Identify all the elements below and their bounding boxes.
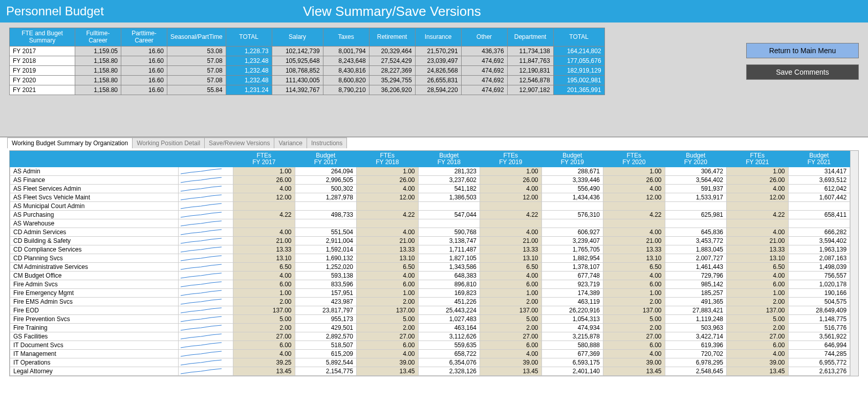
org-row: IT Document Svcs6.00518,5076.00559,6356.… bbox=[10, 341, 850, 350]
org-cell: 3,239,407 bbox=[541, 237, 603, 245]
org-col-header: Budget FY 2021 bbox=[788, 151, 850, 167]
page-title: View Summary/Save Versions bbox=[303, 4, 862, 19]
org-cell: 13.10 bbox=[603, 254, 665, 263]
org-cell bbox=[541, 202, 603, 211]
summary-col-header: TOTAL bbox=[553, 28, 604, 47]
org-cell: 137.00 bbox=[480, 306, 542, 315]
org-cell: 1.00 bbox=[480, 167, 542, 176]
org-cell: 12.00 bbox=[603, 193, 665, 202]
summary-cell: 16.60 bbox=[121, 85, 167, 95]
org-cell: 4.00 bbox=[233, 272, 295, 280]
org-row: AS Finance26.002,996,50526.003,237,60226… bbox=[10, 176, 850, 185]
org-cell: 451,226 bbox=[418, 298, 480, 306]
org-row-label: CD Planning Svcs bbox=[10, 254, 179, 263]
summary-cell: 114,392,767 bbox=[272, 85, 323, 95]
org-cell: 6.00 bbox=[233, 280, 295, 289]
org-cell: 4.00 bbox=[727, 272, 789, 280]
summary-cell: 1,232.48 bbox=[226, 56, 272, 66]
sparkline-cell bbox=[178, 185, 233, 193]
org-row: IT Management4.00615,2094.00658,7224.006… bbox=[10, 350, 850, 358]
org-cell: 13.33 bbox=[233, 245, 295, 254]
sparkline-cell bbox=[178, 315, 233, 324]
org-cell: 619,396 bbox=[665, 341, 727, 350]
org-cell: 281,323 bbox=[418, 167, 480, 176]
sparkline-cell bbox=[178, 358, 233, 367]
org-col-header: FTEs FY 2021 bbox=[727, 151, 789, 167]
org-row: CD Building & Safety21.002,911,00421.003… bbox=[10, 237, 850, 245]
org-cell: 39.00 bbox=[357, 358, 419, 367]
org-row-label: AS Finance bbox=[10, 176, 179, 185]
summary-cell: 8,001,794 bbox=[323, 47, 369, 56]
org-cell: 4.00 bbox=[603, 272, 665, 280]
org-cell: 429,501 bbox=[295, 324, 357, 332]
org-cell bbox=[418, 219, 480, 228]
org-cell: 5.00 bbox=[727, 315, 789, 324]
org-cell bbox=[727, 219, 789, 228]
org-cell: 6.50 bbox=[480, 263, 542, 272]
header-bar: Personnel Budget View Summary/Save Versi… bbox=[0, 0, 868, 22]
summary-col-header: Retirement bbox=[369, 28, 415, 47]
org-cell: 1,148,775 bbox=[788, 315, 850, 324]
tab[interactable]: Save/Review Versions bbox=[204, 138, 274, 148]
org-cell: 27.00 bbox=[233, 332, 295, 341]
vertical-scrollbar[interactable] bbox=[850, 151, 858, 376]
tab[interactable]: Working Position Detail bbox=[132, 138, 205, 148]
summary-cell: 35,294,755 bbox=[369, 76, 415, 85]
org-row: AS Fleet Services Admin4.00500,3024.0054… bbox=[10, 185, 850, 193]
org-row-label: IT Document Svcs bbox=[10, 341, 179, 350]
summary-cell: 108,768,852 bbox=[272, 66, 323, 76]
org-cell: 518,507 bbox=[295, 341, 357, 350]
org-cell: 13.33 bbox=[603, 245, 665, 254]
summary-col-header: Insurance bbox=[415, 28, 461, 47]
tab[interactable]: Working Budget Summary by Organization bbox=[7, 138, 133, 148]
org-cell: 556,490 bbox=[541, 185, 603, 193]
org-cell: 39.25 bbox=[233, 358, 295, 367]
org-cell bbox=[603, 202, 665, 211]
return-main-menu-button[interactable]: Return to Main Menu bbox=[746, 43, 859, 58]
org-cell: 541,182 bbox=[418, 185, 480, 193]
save-comments-button[interactable]: Save Comments bbox=[746, 64, 859, 80]
org-cell: 1,827,105 bbox=[418, 254, 480, 263]
org-cell: 2.00 bbox=[727, 324, 789, 332]
tab[interactable]: Instructions bbox=[307, 138, 347, 148]
summary-row: FY 20211,158.8016.6055.841,231.24114,392… bbox=[10, 85, 605, 95]
org-col-header: Budget FY 2018 bbox=[418, 151, 480, 167]
org-cell: 833,596 bbox=[295, 280, 357, 289]
org-cell: 190,166 bbox=[788, 289, 850, 298]
org-cell: 25,443,224 bbox=[418, 306, 480, 315]
summary-col-header: Salary bbox=[272, 28, 323, 47]
org-cell: 1,963,139 bbox=[788, 245, 850, 254]
org-col-header: FTEs FY 2018 bbox=[357, 151, 419, 167]
org-cell: 1.00 bbox=[233, 289, 295, 298]
org-cell bbox=[418, 202, 480, 211]
org-cell bbox=[603, 219, 665, 228]
org-row-label: Fire Training bbox=[10, 324, 179, 332]
tab[interactable]: Variance bbox=[274, 138, 307, 148]
org-cell: 516,776 bbox=[788, 324, 850, 332]
summary-cell: 164,214,802 bbox=[553, 47, 604, 56]
org-cell bbox=[788, 202, 850, 211]
org-row-label: CD Compliance Services bbox=[10, 245, 179, 254]
org-cell: 174,389 bbox=[541, 289, 603, 298]
org-cell: 169,823 bbox=[418, 289, 480, 298]
org-cell: 3,138,747 bbox=[418, 237, 480, 245]
summary-cell: FY 2017 bbox=[10, 47, 75, 56]
summary-row: FY 20171,159.0516.6053.081,228.73102,142… bbox=[10, 47, 605, 56]
org-row-label: Fire EMS Admin Svcs bbox=[10, 298, 179, 306]
org-cell: 39.00 bbox=[603, 358, 665, 367]
summary-cell: 195,002,981 bbox=[553, 76, 604, 85]
org-cell: 3,453,772 bbox=[665, 237, 727, 245]
summary-cell: 474,692 bbox=[461, 76, 507, 85]
org-cell: 2.00 bbox=[233, 324, 295, 332]
summary-table: FTE and Buget SummaryFulltime-CareerPart… bbox=[9, 28, 605, 95]
sparkline-cell bbox=[178, 298, 233, 306]
org-cell: 21.00 bbox=[357, 237, 419, 245]
org-cell: 5,892,544 bbox=[295, 358, 357, 367]
org-cell: 26.00 bbox=[603, 176, 665, 185]
org-cell: 1,343,586 bbox=[418, 263, 480, 272]
summary-cell: 12,190,831 bbox=[507, 66, 553, 76]
org-cell: 2.00 bbox=[357, 324, 419, 332]
org-cell: 314,417 bbox=[788, 167, 850, 176]
org-cell: 1,711,487 bbox=[418, 245, 480, 254]
org-cell: 6.00 bbox=[480, 280, 542, 289]
